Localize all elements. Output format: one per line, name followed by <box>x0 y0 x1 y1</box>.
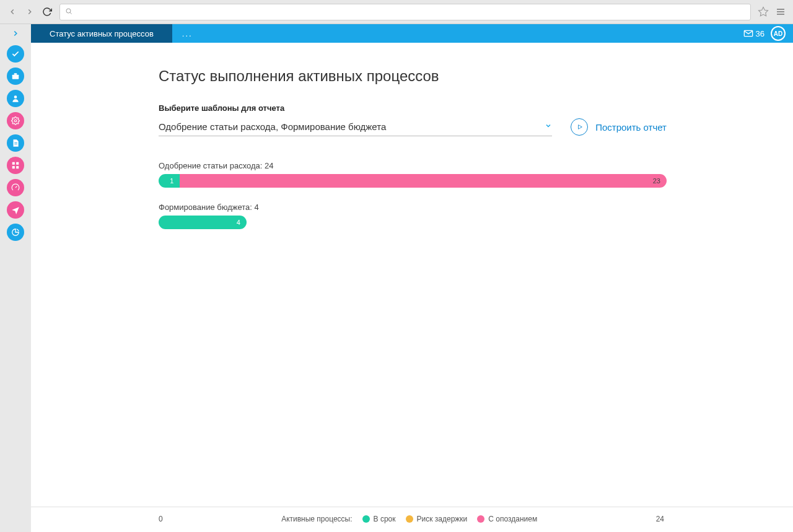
svg-line-15 <box>15 186 17 188</box>
bar-segment: 4 <box>159 216 247 229</box>
mail-count: 36 <box>756 29 765 38</box>
sidebar-expand[interactable] <box>0 24 31 43</box>
svg-rect-9 <box>14 142 17 143</box>
sidebar-item-pie[interactable] <box>7 224 24 241</box>
sidebar <box>0 24 31 532</box>
svg-point-7 <box>14 95 17 98</box>
sidebar-item-grid[interactable] <box>7 157 24 174</box>
tab-more[interactable]: ... <box>172 29 203 38</box>
process-block: Формирование бюджета: 44 <box>159 203 667 229</box>
svg-rect-13 <box>12 166 15 168</box>
svg-rect-11 <box>12 162 15 165</box>
sidebar-item-gear[interactable] <box>7 112 24 129</box>
sidebar-item-user[interactable] <box>7 90 24 107</box>
mail-icon <box>743 28 753 38</box>
bar-segment: 1 <box>159 174 180 188</box>
topbar: Статус активных процессов ... 36 AD <box>31 24 793 43</box>
search-icon <box>65 6 72 17</box>
svg-rect-5 <box>12 75 19 79</box>
url-bar[interactable] <box>59 4 751 20</box>
template-select[interactable]: Одобрение статьи расхода, Формирование б… <box>159 118 552 136</box>
bar-segment: 23 <box>180 174 667 188</box>
reload-button[interactable] <box>40 4 55 19</box>
svg-marker-17 <box>579 125 582 129</box>
axis-min: 0 <box>159 515 163 523</box>
browser-chrome <box>0 0 793 24</box>
legend-label: В срок <box>374 515 396 523</box>
legend-item: В срок <box>362 515 396 523</box>
legend-dot <box>406 515 413 523</box>
app-container: Статус активных процессов ... 36 AD Стат… <box>0 24 793 532</box>
legend-item: Риск задержки <box>406 515 468 523</box>
legend-label: С опозданием <box>488 515 537 523</box>
back-button[interactable] <box>5 4 20 19</box>
star-button[interactable] <box>756 4 771 19</box>
control-row: Одобрение статьи расхода, Формирование б… <box>159 118 667 136</box>
svg-marker-1 <box>759 7 768 16</box>
content: Статус активных процессов ... 36 AD Стат… <box>31 24 793 532</box>
legend-title: Активные процессы: <box>281 515 352 523</box>
legend-dot <box>362 515 370 523</box>
processes-list: Одобрение статьи расхода: 24123Формирова… <box>159 161 667 229</box>
build-label: Построить отчет <box>595 122 667 133</box>
forward-button[interactable] <box>22 4 37 19</box>
chart-footer: 0 Активные процессы: В срокРиск задержки… <box>31 507 793 532</box>
process-label: Одобрение статьи расхода: 24 <box>159 161 667 170</box>
legend-item: С опозданием <box>477 515 537 523</box>
legend: Активные процессы: В срокРиск задержкиС … <box>163 515 656 523</box>
select-value: Одобрение статьи расхода, Формирование б… <box>159 121 386 132</box>
axis-max: 24 <box>656 515 664 523</box>
svg-rect-14 <box>16 166 19 168</box>
svg-rect-12 <box>16 162 19 165</box>
build-report-button[interactable]: Построить отчет <box>571 118 667 136</box>
chevron-down-icon <box>545 122 552 131</box>
process-block: Одобрение статьи расхода: 24123 <box>159 161 667 188</box>
main: Статус выполнения активных процессов Выб… <box>31 43 793 532</box>
legend-dot <box>477 515 484 523</box>
sidebar-item-gauge[interactable] <box>7 179 24 196</box>
mail-button[interactable]: 36 <box>737 28 771 38</box>
sidebar-item-briefcase[interactable] <box>7 68 24 85</box>
avatar[interactable]: AD <box>771 26 786 41</box>
sidebar-item-document[interactable] <box>7 134 24 152</box>
svg-point-0 <box>66 9 71 13</box>
legend-label: Риск задержки <box>417 515 468 523</box>
process-bar: 123 <box>159 174 667 188</box>
sidebar-item-send[interactable] <box>7 201 24 219</box>
menu-button[interactable] <box>773 4 788 19</box>
select-label: Выберите шаблоны для отчета <box>159 103 667 113</box>
play-icon <box>571 118 588 136</box>
page-title: Статус выполнения активных процессов <box>159 68 667 85</box>
svg-rect-6 <box>14 73 17 74</box>
tab-active[interactable]: Статус активных процессов <box>31 24 172 43</box>
svg-point-8 <box>14 120 17 122</box>
inner: Статус выполнения активных процессов Выб… <box>159 68 667 244</box>
process-bar: 4 <box>159 216 247 229</box>
sidebar-item-check[interactable] <box>7 45 24 63</box>
tab-title: Статус активных процессов <box>50 29 154 38</box>
svg-rect-10 <box>14 144 17 144</box>
process-label: Формирование бюджета: 4 <box>159 203 667 212</box>
